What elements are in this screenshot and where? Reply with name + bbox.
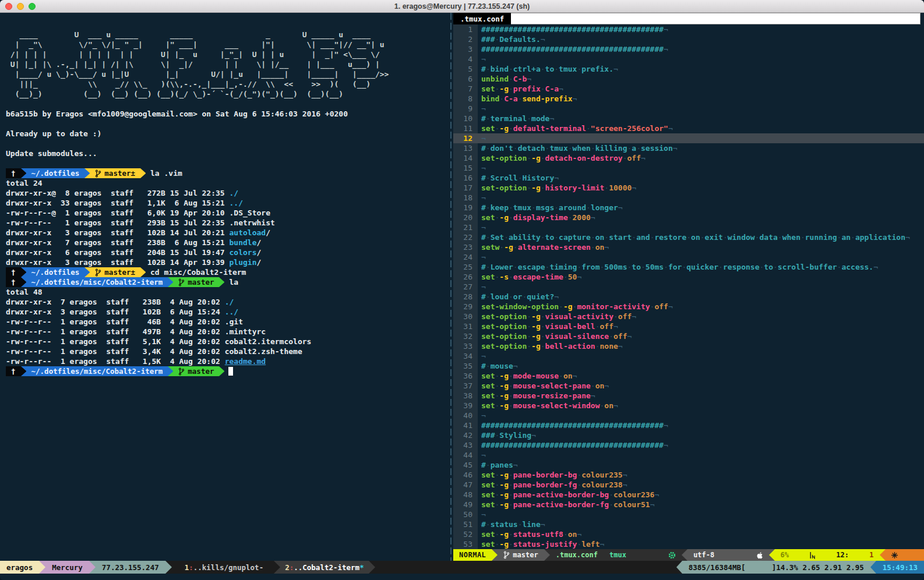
ls-row-meta: drwxr-xr-x 6 eragos staff 204B 15 Jul 19… <box>6 247 230 257</box>
tmux-window-1[interactable]: 1:..kills/gnuplot- <box>180 561 268 574</box>
vim-line-text: #·keep·tmux·msgs·around·longer¬ <box>478 203 924 213</box>
vim-line: 19#·keep·tmux·msgs·around·longer¬ <box>453 203 924 213</box>
terminal-line: drwxr-xr-x 7 eragos staff 238B 4 Aug 20:… <box>6 297 449 307</box>
vim-line-text: set-window-option·-g·monitor-activity·of… <box>478 302 924 312</box>
eol-listchar: ¬ <box>481 282 486 291</box>
vim-line-number-gutter: 13 <box>453 143 478 153</box>
vim-line: 4¬ <box>453 54 924 64</box>
vim-line: 44¬ <box>453 450 924 460</box>
vim-line-text: set-option·-g·bell-action·none¬ <box>478 341 924 351</box>
vim-column-number: 1 <box>869 551 873 559</box>
eol-listchar: ¬ <box>481 134 486 143</box>
vim-line-number-gutter: 37 <box>453 381 478 391</box>
vim-line-text: ¬ <box>478 222 924 232</box>
git-branch-icon <box>178 278 185 287</box>
powerline-arrow <box>880 549 886 561</box>
tmux-ip-address: 77.23.155.247 <box>96 561 165 574</box>
vim-line-number-gutter: 14 <box>453 153 478 163</box>
vim-line: 51#·status·line¬ <box>453 519 924 529</box>
eol-listchar: ¬ <box>650 500 655 509</box>
vim-line: 3#######################################… <box>453 44 924 54</box>
vim-line-number-gutter: 53 <box>453 539 478 549</box>
tmux-pane-divider[interactable] <box>449 13 453 561</box>
vim-line-text: set-option·-g·visual-activity·off¬ <box>478 312 924 321</box>
powerline-arrow <box>140 168 146 178</box>
vim-scroll-percent: 6% <box>781 551 789 559</box>
eol-listchar: ¬ <box>573 372 577 380</box>
ls-dir-slash: / <box>256 247 261 257</box>
vim-line: 10#·terminal·mode¬ <box>453 114 924 123</box>
vim-line-text: ###·Styling¬ <box>478 430 924 440</box>
vim-tab-tmux-conf[interactable]: .tmux.conf <box>453 13 511 24</box>
ls-filename: ../ <box>230 198 243 208</box>
ls-filename: .netrwhist <box>230 218 275 228</box>
vim-line: 43######################################… <box>453 440 924 450</box>
terminal-line: †~/.dotfiles/misc/Cobalt2-itermmaster <box>6 366 449 376</box>
terminal-line: drwxr-xr-x@ 8 eragos staff 272B 15 Jul 2… <box>6 188 449 198</box>
vim-line-text: set·-g·mouse-select-pane·on¬ <box>478 381 924 391</box>
terminal-line: -rw-r--r-- 1 eragos staff 46B 4 Aug 20:0… <box>6 317 449 327</box>
vim-line: 37set·-g·mouse-select-pane·on¬ <box>453 381 924 391</box>
eol-listchar: ¬ <box>673 144 678 153</box>
vim-statusline: NORMAL master .tmux.conf tmux utf-8 <box>453 549 924 561</box>
eol-listchar: ¬ <box>481 411 486 420</box>
vim-line-number-gutter: 50 <box>453 510 478 519</box>
vim-line-number-gutter: 48 <box>453 490 478 500</box>
vim-line-number-gutter: 3 <box>453 44 478 54</box>
ascii-art-line: |||_ \\ _// \\_ )(\\,-.-,_|___|_,-.// \\… <box>6 79 371 89</box>
ls-row-meta: -rw-r--r-- 1 eragos staff 497B 4 Aug 20:… <box>6 327 225 337</box>
vim-line: 7set·-g·prefix·C-a¬ <box>453 84 924 94</box>
vim-line-text: ¬ <box>478 351 924 361</box>
vim-line: 6unbind·C-b¬ <box>453 74 924 84</box>
powerline-arrow <box>21 277 26 287</box>
eol-listchar: ¬ <box>668 302 673 311</box>
terminal-line <box>6 20 449 30</box>
terminal-line: †~/.dotfiles/misc/Cobalt2-itermmasterla <box>6 277 449 287</box>
ls-filename[interactable]: readme.md <box>225 356 266 366</box>
shell-pane[interactable]: ____ U ___ u _____ _____ _ U _____ u ___… <box>0 13 449 561</box>
vim-line-number-gutter: 18 <box>453 193 478 203</box>
eol-listchar: ¬ <box>618 203 623 212</box>
powerline-arrow <box>89 561 96 574</box>
titlebar[interactable]: 1. eragos@Mercury | 77.23.155.247 (sh) <box>0 0 924 13</box>
powerline-arrow <box>769 549 775 561</box>
vim-pane[interactable]: .tmux.conf 1############################… <box>453 13 924 561</box>
vim-line-number-gutter: 35 <box>453 361 478 371</box>
vim-line-number-gutter: 45 <box>453 460 478 470</box>
vim-line-number-gutter: 1 <box>453 24 478 34</box>
vim-line-text: set·-g·mouse-resize-pane¬ <box>478 391 924 401</box>
vim-line-number-gutter: 38 <box>453 391 478 401</box>
eol-listchar: ¬ <box>664 441 668 450</box>
ascii-art-line: U| |_| |\ .-,_| |_| | /| |\ \| _|/ | | \… <box>6 59 380 69</box>
typed-command: la <box>224 277 238 287</box>
eol-listchar: ¬ <box>632 183 636 192</box>
terminal-line: drwxr-xr-x 3 eragos staff 102B 14 Apr 19… <box>6 257 449 267</box>
vim-line-text: unbind·C-b¬ <box>478 74 924 84</box>
terminal-text: total 24 <box>6 178 43 188</box>
vim-line-number-gutter: 24 <box>453 252 478 262</box>
prompt-status-segment: † <box>6 168 21 178</box>
eol-listchar: ¬ <box>613 65 618 73</box>
ascii-art-line: | _"\ \/"_ \/|_ " _| |" ___| ___ |"| \| … <box>6 40 385 49</box>
powerline-arrow <box>682 549 687 561</box>
vim-line-text: ¬ <box>478 163 924 173</box>
vim-line: 17set-option·-g·history-limit·10000¬ <box>453 183 924 193</box>
tmux-window-2-active[interactable]: 2:..Cobalt2-iterm* <box>280 561 368 574</box>
eol-listchar: ¬ <box>481 164 486 172</box>
terminal-line <box>6 139 449 148</box>
powerline-arrow <box>39 561 45 574</box>
eol-listchar: ¬ <box>481 510 486 519</box>
terminal-cursor <box>228 367 233 376</box>
prompt-git-segment: master <box>173 277 219 287</box>
terminal-line: -rw-r--r-- 1 eragos staff 5,1K 4 Aug 20:… <box>6 337 449 346</box>
terminal-line: -rw-r--r-- 1 eragos staff 293B 15 Jul 22… <box>6 218 449 228</box>
vim-line-text: set-option·-g·history-limit·10000¬ <box>478 183 924 193</box>
vim-line-text: #·don't·detach·tmux·when·killing·a·sessi… <box>478 143 924 153</box>
terminal-line: -rw-r--r-- 1 eragos staff 3,4K 4 Aug 20:… <box>6 346 449 356</box>
vim-buffer[interactable]: 1#######################################… <box>453 24 924 549</box>
vim-line-number-gutter: 27 <box>453 282 478 292</box>
vim-line: 15¬ <box>453 163 924 173</box>
vim-line-text: ###·Defaults.¬ <box>478 34 924 44</box>
vim-line-number-gutter: 9 <box>453 104 478 114</box>
vim-line-text: #·Lower·escape·timing·from·500ms·to·50ms… <box>478 262 924 272</box>
